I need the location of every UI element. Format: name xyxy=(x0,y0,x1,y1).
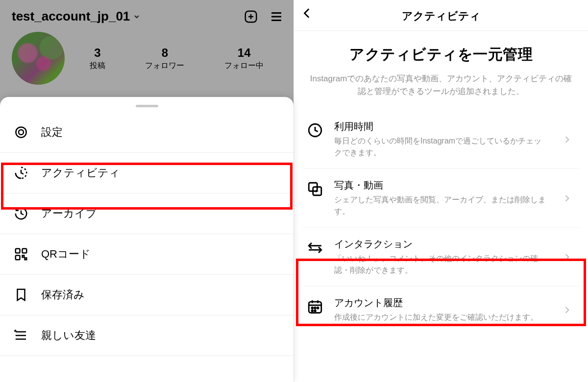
item-photos-videos[interactable]: 写真・動画 シェアした写真や動画を閲覧、アーカイブ、または削除します。 xyxy=(303,168,579,227)
hero-subtitle: Instagramでのあなたの写真や動画、アカウント、アクティビティの確認と管理… xyxy=(309,72,573,98)
item-subtitle: 「いいね！」、コメント、その他のインタラクションの確認・削除ができます。 xyxy=(334,253,548,276)
menu-label: アーカイブ xyxy=(41,206,281,221)
menu-settings[interactable]: 設定 xyxy=(0,112,294,153)
menu-activity[interactable]: アクティビティ xyxy=(0,153,294,193)
dim-overlay xyxy=(0,0,294,108)
svg-point-6 xyxy=(16,127,26,137)
item-time-spent[interactable]: 利用時間 毎日どのくらいの時間をInstagramで過ごしているかチェックできま… xyxy=(303,110,579,168)
sheet-grabber[interactable] xyxy=(136,105,158,107)
close-friends-icon xyxy=(13,327,29,344)
svg-rect-11 xyxy=(23,256,24,258)
hero-title: アクティビティを一元管理 xyxy=(309,45,573,65)
menu-close-friends[interactable]: 親しい友達 xyxy=(0,315,294,356)
svg-rect-10 xyxy=(16,256,20,260)
chevron-right-icon xyxy=(558,189,576,208)
menu-label: QRコード xyxy=(41,247,281,262)
item-texts: 写真・動画 シェアした写真や動画を閲覧、アーカイブ、または削除します。 xyxy=(334,179,548,217)
activity-header: アクティビティ xyxy=(294,0,588,31)
media-icon xyxy=(306,180,324,198)
menu-label: 親しい友達 xyxy=(41,328,281,343)
item-subtitle: シェアした写真や動画を閲覧、アーカイブ、または削除します。 xyxy=(334,194,548,217)
menu-saved[interactable]: 保存済み xyxy=(0,275,294,315)
bookmark-icon xyxy=(13,286,29,303)
svg-rect-9 xyxy=(23,249,27,253)
bottom-sheet: 設定 アクティビティ アーカイブ QRコード 保存済み xyxy=(0,97,294,382)
activity-screen: アクティビティ アクティビティを一元管理 Instagramでのあなたの写真や動… xyxy=(294,0,588,382)
svg-point-7 xyxy=(19,130,24,135)
menu-label: 設定 xyxy=(41,125,281,140)
chevron-right-icon xyxy=(558,248,576,266)
chevron-right-icon xyxy=(558,301,576,319)
clock-icon xyxy=(306,121,324,140)
qrcode-icon xyxy=(13,246,29,263)
item-subtitle: 作成後にアカウントに加えた変更をご確認いただけます。 xyxy=(334,311,548,323)
svg-point-27 xyxy=(312,307,313,309)
svg-point-31 xyxy=(315,310,316,311)
activity-list: 利用時間 毎日どのくらいの時間をInstagramで過ごしているかチェックできま… xyxy=(294,110,588,333)
header-title: アクティビティ xyxy=(402,9,481,24)
gear-icon xyxy=(13,124,29,141)
menu-label: アクティビティ xyxy=(41,166,281,180)
activity-icon xyxy=(13,165,29,181)
back-icon[interactable] xyxy=(301,7,314,20)
menu-qrcode[interactable]: QRコード xyxy=(0,234,294,275)
menu-label: 保存済み xyxy=(41,287,281,302)
menu-archive[interactable]: アーカイブ xyxy=(0,193,294,234)
item-title: アカウント履歴 xyxy=(334,296,548,310)
activity-hero: アクティビティを一元管理 Instagramでのあなたの写真や動画、アカウント、… xyxy=(294,31,588,110)
item-subtitle: 毎日どのくらいの時間をInstagramで過ごしているかチェックできます。 xyxy=(334,135,548,159)
svg-rect-12 xyxy=(25,258,27,260)
chevron-right-icon xyxy=(558,130,576,149)
svg-point-30 xyxy=(312,310,313,311)
item-texts: アカウント履歴 作成後にアカウントに加えた変更をご確認いただけます。 xyxy=(334,296,548,323)
item-title: 利用時間 xyxy=(334,120,548,133)
item-texts: インタラクション 「いいね！」、コメント、その他のインタラクションの確認・削除が… xyxy=(334,238,548,276)
interactions-icon xyxy=(306,239,324,257)
svg-point-28 xyxy=(315,307,316,309)
item-title: インタラクション xyxy=(334,238,548,251)
item-interactions[interactable]: インタラクション 「いいね！」、コメント、その他のインタラクションの確認・削除が… xyxy=(303,227,579,286)
archive-icon xyxy=(13,205,29,222)
item-title: 写真・動画 xyxy=(334,179,548,192)
profile-screen: test_account_jp_01 3 投稿 8 フォロワー xyxy=(0,0,294,382)
svg-rect-8 xyxy=(16,249,20,253)
svg-point-29 xyxy=(317,307,318,309)
item-account-history[interactable]: アカウント履歴 作成後にアカウントに加えた変更をご確認いただけます。 xyxy=(303,286,579,333)
item-texts: 利用時間 毎日どのくらいの時間をInstagramで過ごしているかチェックできま… xyxy=(334,120,548,159)
calendar-icon xyxy=(306,297,324,316)
